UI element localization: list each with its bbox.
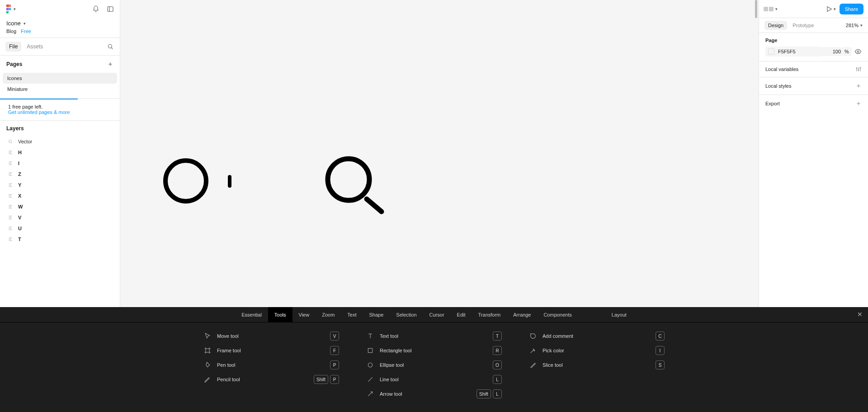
svg-point-49 <box>856 68 857 69</box>
shortcuts-tab[interactable]: Shape <box>363 307 390 322</box>
shortcut-row: Add commentC <box>529 329 665 343</box>
shortcut-label: Pen tool <box>217 362 235 368</box>
shortcut-key: Shift <box>476 389 491 398</box>
layer-item[interactable]: Vector <box>0 136 120 147</box>
shortcut-row: Move toolV <box>203 329 339 343</box>
sliders-icon <box>855 66 862 72</box>
layer-label: X <box>18 193 21 199</box>
canvas-shape-circle[interactable] <box>165 161 206 201</box>
layer-item[interactable]: X <box>0 190 120 201</box>
layer-label: Y <box>18 182 21 188</box>
shortcut-label: Pencil tool <box>217 377 240 382</box>
line-icon <box>366 375 374 384</box>
shortcut-row: Ellipse toolO <box>366 358 502 372</box>
layer-type-icon <box>7 236 14 242</box>
export-label[interactable]: Export <box>765 101 780 106</box>
canvas-scrollbar[interactable] <box>753 0 759 18</box>
fill-visibility-toggle[interactable] <box>854 48 862 55</box>
shortcuts-tab[interactable]: Cursor <box>423 307 451 322</box>
ellipse-icon <box>366 361 374 369</box>
search-button[interactable] <box>106 43 114 51</box>
layer-item[interactable]: H <box>0 147 120 158</box>
present-button[interactable]: ▾ <box>826 5 836 13</box>
zoom-control[interactable]: 281% ▾ <box>846 23 863 28</box>
layer-label: Z <box>18 171 21 177</box>
svg-point-45 <box>857 51 859 52</box>
tab-prototype[interactable]: Prototype <box>789 21 817 30</box>
layer-item[interactable]: U <box>0 223 120 234</box>
pages-list: Icones Miniature <box>0 73 120 98</box>
shortcut-key: P <box>330 375 339 384</box>
shortcut-row: Arrow toolShiftL <box>366 387 502 401</box>
share-button[interactable]: Share <box>840 4 863 14</box>
layer-item[interactable]: Y <box>0 180 120 190</box>
quota-message: 1 free page left. <box>8 104 112 109</box>
shortcuts-tab[interactable]: Components <box>537 307 578 322</box>
layer-type-icon <box>7 214 14 221</box>
shortcut-label: Rectangle tool <box>380 348 411 353</box>
tab-assets[interactable]: Assets <box>23 42 47 52</box>
layer-item[interactable]: I <box>0 158 120 169</box>
shortcuts-close-button[interactable]: ✕ <box>857 311 863 318</box>
layer-item[interactable]: W <box>0 201 120 212</box>
shortcut-label: Move tool <box>217 333 239 339</box>
shortcuts-tab[interactable]: Transform <box>472 307 507 322</box>
tab-design[interactable]: Design <box>764 21 787 30</box>
layer-label: T <box>18 237 21 242</box>
canvas-shape-magnifier-handle[interactable] <box>367 199 382 212</box>
chevron-down-icon: ▾ <box>775 7 778 11</box>
shortcuts-tab[interactable]: Edit <box>451 307 472 322</box>
comment-icon <box>529 332 537 340</box>
fill-opacity[interactable]: 100 <box>819 47 842 56</box>
panel-toggle-button[interactable] <box>106 5 114 13</box>
svg-line-6 <box>11 142 12 143</box>
layer-label: W <box>18 204 23 209</box>
svg-point-51 <box>860 67 861 68</box>
add-page-button[interactable]: ＋ <box>107 60 113 68</box>
shortcuts-tab-layout[interactable]: Layout <box>605 307 633 322</box>
shortcuts-tab[interactable]: View <box>292 307 316 322</box>
local-styles-label[interactable]: Local styles <box>765 83 791 89</box>
page-item-miniature[interactable]: Miniature <box>3 84 117 95</box>
shortcuts-tab[interactable]: Arrange <box>507 307 537 322</box>
eyedrop-icon <box>529 346 537 355</box>
fill-swatch[interactable] <box>768 48 774 55</box>
svg-rect-1 <box>108 7 113 12</box>
breadcrumb-project[interactable]: Blog <box>6 28 16 34</box>
shortcuts-tab[interactable]: Text <box>341 307 363 322</box>
shortcut-key: L <box>493 375 502 384</box>
shortcuts-tab[interactable]: Tools <box>268 307 292 322</box>
frame-icon <box>203 346 212 355</box>
notifications-button[interactable] <box>92 5 100 13</box>
shortcuts-tab[interactable]: Selection <box>390 307 423 322</box>
shortcuts-tab[interactable]: Essential <box>235 307 268 322</box>
local-variables-label[interactable]: Local variables <box>765 66 798 72</box>
quota-upgrade-link[interactable]: Get unlimited pages & more <box>8 109 112 115</box>
add-export-button[interactable]: ＋ <box>855 99 862 108</box>
shortcut-label: Text tool <box>380 333 398 339</box>
layer-item[interactable]: T <box>0 234 120 245</box>
layer-item[interactable]: Z <box>0 169 120 180</box>
layer-item[interactable]: V <box>0 212 120 223</box>
figma-menu[interactable]: ▾ <box>5 5 16 14</box>
layer-type-icon <box>7 171 14 177</box>
file-title[interactable]: Icone ▾ <box>6 20 113 27</box>
shortcuts-column-2: Text toolTRectangle toolREllipse toolOLi… <box>366 329 502 401</box>
shortcut-key: V <box>330 331 339 341</box>
layer-label: H <box>18 150 22 155</box>
breadcrumb-plan[interactable]: Free <box>21 28 31 34</box>
shortcut-row: Frame toolF <box>203 343 339 358</box>
svg-point-0 <box>9 8 11 10</box>
add-style-button[interactable]: ＋ <box>855 82 862 90</box>
shortcuts-column-1: Move toolVFrame toolFPen toolPPencil too… <box>203 329 339 401</box>
tab-file[interactable]: File <box>5 42 21 52</box>
chevron-down-icon: ▾ <box>860 23 863 28</box>
multiplayer-avatars[interactable]: ▾ <box>764 7 778 11</box>
shortcuts-tab[interactable]: Zoom <box>316 307 341 322</box>
shortcut-row: Rectangle toolR <box>366 343 502 358</box>
page-fill-input[interactable]: F5F5F5 <box>765 47 820 57</box>
canvas-shape-magnifier-circle[interactable] <box>328 159 369 200</box>
page-item-icones[interactable]: Icones <box>3 73 117 84</box>
canvas-shape-bar[interactable] <box>228 175 231 188</box>
variables-settings-button[interactable] <box>855 66 862 72</box>
